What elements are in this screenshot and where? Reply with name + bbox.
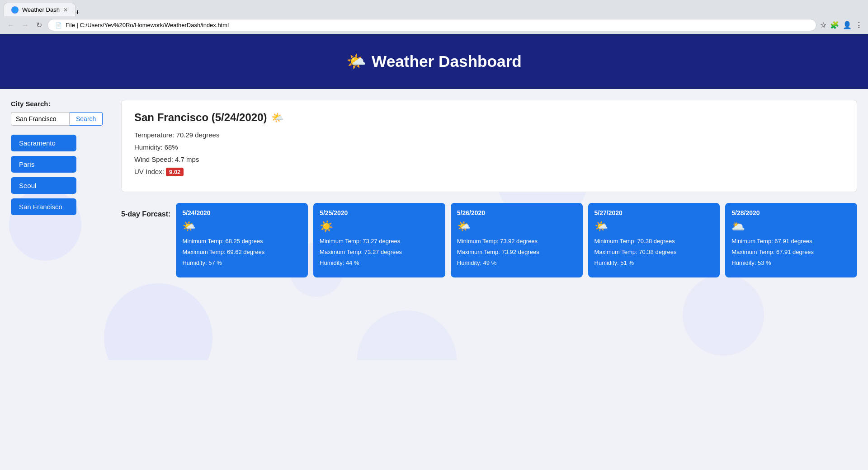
forecast-label: 5-day Forcast: [121,210,170,218]
forecast-humidity-1: Humidity: 44 % [320,259,439,267]
file-icon: 📄 [55,22,62,28]
humidity-detail: Humidity: 68% [134,143,844,151]
forecast-min-3: Minimum Temp: 70.38 degrees [594,237,714,245]
forecast-card-3: 5/27/2020 🌤️ Minimum Temp: 70.38 degrees… [588,203,720,277]
forecast-humidity-2: Humidity: 49 % [457,259,576,267]
refresh-button[interactable]: ↻ [34,19,44,31]
forecast-min-4: Minimum Temp: 67.91 degrees [731,237,851,245]
active-tab[interactable]: 🌐 Weather Dash ✕ [4,3,75,16]
tab-bar: 🌐 Weather Dash ✕ + [0,0,868,16]
city-button-sacramento[interactable]: Sacramento [11,135,76,151]
uv-label: UV Index: [134,168,164,175]
uv-badge: 9.02 [166,168,184,176]
forecast-card-2: 5/26/2020 🌤️ Minimum Temp: 73.92 degrees… [451,203,583,277]
forecast-min-1: Minimum Temp: 73.27 degrees [320,237,439,245]
forecast-card-0: 5/24/2020 🌤️ Minimum Temp: 68.25 degrees… [176,203,308,277]
address-bar[interactable]: 📄 File | C:/Users/Yev%20Ro/Homework/Weat… [47,19,816,31]
forecast-icon-1: ☀️ [320,220,439,233]
header-title: Weather Dashboard [372,52,522,70]
back-button[interactable]: ← [5,19,16,31]
city-search-label: City Search: [11,100,110,108]
forecast-max-4: Maximum Temp: 67.91 degrees [731,248,851,256]
forecast-min-2: Minimum Temp: 73.92 degrees [457,237,576,245]
city-list: Sacramento Paris Seoul San Francisco [11,135,110,215]
forecast-icon-4: 🌥️ [731,220,851,233]
forward-button[interactable]: → [20,19,31,31]
forecast-icon-2: 🌤️ [457,220,576,233]
address-text: File | C:/Users/Yev%20Ro/Homework/Weathe… [66,22,229,28]
forecast-max-0: Maximum Temp: 69.62 degrees [182,248,302,256]
forecast-date-2: 5/26/2020 [457,209,576,216]
forecast-card-4: 5/28/2020 🌥️ Minimum Temp: 67.91 degrees… [725,203,857,277]
temperature-detail: Temperature: 70.29 degrees [134,131,844,139]
forecast-date-1: 5/25/2020 [320,209,439,216]
forecast-date-3: 5/27/2020 [594,209,714,216]
forecast-max-3: Maximum Temp: 70.38 degrees [594,248,714,256]
weather-panel: San Francisco (5/24/2020) 🌤️ Temperature… [121,100,857,349]
city-title-text: San Francisco (5/24/2020) [134,111,267,124]
tab-favicon: 🌐 [11,6,19,14]
sidebar: City Search: Search Sacramento Paris Seo… [11,100,110,349]
forecast-max-2: Maximum Temp: 73.92 degrees [457,248,576,256]
uv-detail: UV Index: 9.02 [134,168,844,176]
forecast-min-0: Minimum Temp: 68.25 degrees [182,237,302,245]
forecast-icon-0: 🌤️ [182,220,302,233]
address-bar-row: ← → ↻ 📄 File | C:/Users/Yev%20Ro/Homewor… [0,16,868,34]
app-header: 🌤️ Weather Dashboard [0,34,868,89]
forecast-humidity-0: Humidity: 57 % [182,259,302,267]
search-button[interactable]: Search [70,112,103,126]
browser-right-icons: ☆ 🧩 👤 ⋮ [820,21,863,29]
forecast-icon-3: 🌤️ [594,220,714,233]
forecast-cards: 5/24/2020 🌤️ Minimum Temp: 68.25 degrees… [176,203,857,277]
bookmark-icon[interactable]: ☆ [820,21,826,29]
extensions-icon[interactable]: 🧩 [830,21,839,29]
search-row: Search [11,112,110,126]
city-title: San Francisco (5/24/2020) 🌤️ [134,111,844,124]
current-weather-icon: 🌤️ [271,112,284,124]
main-content: City Search: Search Sacramento Paris Seo… [0,89,868,360]
tab-close-button[interactable]: ✕ [63,7,68,13]
city-button-seoul[interactable]: Seoul [11,177,76,194]
forecast-humidity-4: Humidity: 53 % [731,259,851,267]
new-tab-button[interactable]: + [75,8,80,16]
header-sun-icon: 🌤️ [346,52,366,71]
account-icon[interactable]: 👤 [843,21,852,29]
forecast-section: 5-day Forcast: 5/24/2020 🌤️ Minimum Temp… [121,203,857,277]
forecast-date-0: 5/24/2020 [182,209,302,216]
tab-title: Weather Dash [22,6,60,13]
forecast-card-1: 5/25/2020 ☀️ Minimum Temp: 73.27 degrees… [313,203,445,277]
forecast-humidity-3: Humidity: 51 % [594,259,714,267]
city-button-san-francisco[interactable]: San Francisco [11,198,76,215]
forecast-date-4: 5/28/2020 [731,209,851,216]
forecast-max-1: Maximum Temp: 73.27 degrees [320,248,439,256]
search-input[interactable] [11,112,70,126]
city-button-paris[interactable]: Paris [11,156,76,173]
wind-detail: Wind Speed: 4.7 mps [134,155,844,163]
menu-icon[interactable]: ⋮ [855,21,863,29]
current-weather-card: San Francisco (5/24/2020) 🌤️ Temperature… [121,100,857,192]
